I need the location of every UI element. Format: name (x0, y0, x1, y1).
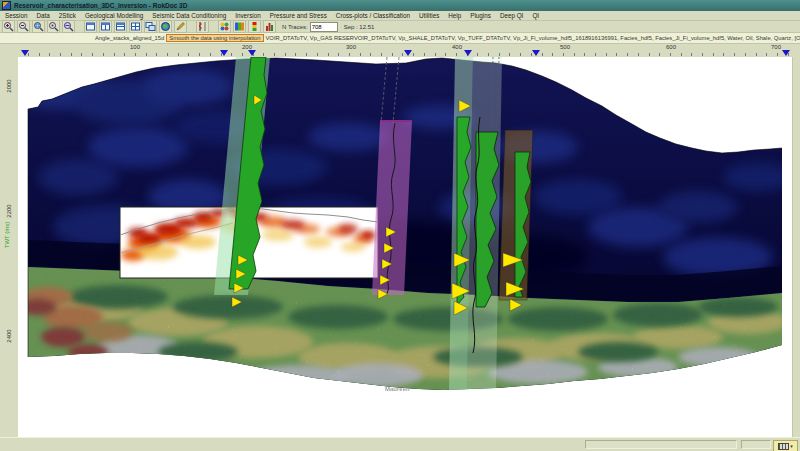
well-marker-icon[interactable] (21, 50, 29, 56)
twt-axis-title: TWT (ms) (4, 222, 10, 249)
status-field-1 (585, 440, 737, 449)
well-marker-icon[interactable] (404, 50, 412, 56)
ruler-label-600: 600 (666, 44, 676, 50)
globe-icon[interactable] (159, 20, 172, 33)
new-window-icon[interactable] (84, 20, 97, 33)
zoom-out-icon[interactable] (17, 20, 30, 33)
histogram-icon[interactable] (263, 20, 276, 33)
ruler-label-100: 100 (130, 44, 140, 50)
twt-axis: 2000 2200 2400 TWT (ms) (0, 57, 18, 437)
menu-item-data[interactable]: Data (36, 12, 49, 19)
zoom-in-icon[interactable] (2, 20, 15, 33)
status-field-2 (741, 440, 771, 449)
seismic-canvas[interactable]: Maureen (18, 57, 792, 437)
well-marker-icon[interactable] (220, 50, 228, 56)
smooth-tooltip: Smooth the data using interpolation (166, 34, 263, 42)
well-marker-icon[interactable] (464, 50, 472, 56)
seismic-section (18, 57, 792, 437)
menu-item-qi[interactable]: QI (532, 12, 539, 19)
twt-tick-2000: 2000 (6, 79, 12, 92)
app-logo-icon (2, 1, 11, 10)
well-marker-icon[interactable] (248, 50, 256, 56)
well-marker-icon[interactable] (782, 50, 790, 56)
horizon-label-maureen: Maureen (385, 386, 410, 392)
volume-list: VOIR_DTAToTV, Vp_GAS RESERVOIR_DTAToTV, … (266, 35, 800, 41)
title-bar: Reservoir_characterisation_3DC_inversion… (0, 0, 800, 11)
sep-label: Sep : 12.51 (344, 24, 375, 30)
twt-tick-2200: 2200 (6, 204, 12, 217)
twt-tick-2400: 2400 (6, 329, 12, 342)
menu-item-utilities[interactable]: Utilities (419, 12, 439, 19)
menu-item-inversion[interactable]: Inversion (235, 12, 261, 19)
ruler-label-400: 400 (452, 44, 462, 50)
zoom-full-icon[interactable] (62, 20, 75, 33)
well-marker-icon[interactable] (532, 50, 540, 56)
right-margin (792, 57, 800, 437)
keyboard-status-button[interactable]: ▾ (773, 440, 798, 451)
well-track-c[interactable] (449, 57, 502, 390)
n-traces-label: N Traces: (282, 24, 308, 30)
menu-item-seismic-data-conditioning[interactable]: Seismic Data Conditioning (152, 12, 226, 19)
status-bar: ▾ (0, 437, 800, 451)
zoom-window-icon[interactable] (32, 20, 45, 33)
ruler-label-300: 300 (346, 44, 356, 50)
pencil-icon[interactable] (174, 20, 187, 33)
menu-item-2stick[interactable]: 2Stick (59, 12, 76, 19)
window-title: Reservoir_characterisation_3DC_inversion… (14, 2, 187, 9)
palette-icon[interactable] (218, 20, 231, 33)
menu-item-session[interactable]: Session (5, 12, 27, 19)
zoom-reset-icon[interactable] (47, 20, 60, 33)
trace-ruler[interactable]: 100 200 300 400 500 600 700 (0, 44, 800, 58)
dataset-name: Angle_stacks_aligned_15d (95, 35, 164, 41)
well-track-d[interactable] (499, 130, 533, 311)
grid-view-icon[interactable] (129, 20, 142, 33)
menu-item-plugins[interactable]: Plugins (470, 12, 491, 19)
ruler-label-700: 700 (771, 44, 781, 50)
toolbar: N Traces: Sep : 12.51 (0, 21, 800, 33)
n-traces-input[interactable] (310, 22, 338, 32)
split-view-icon[interactable] (99, 20, 112, 33)
colormap-icon[interactable] (233, 20, 246, 33)
data-bar: Angle_stacks_aligned_15d Smooth the data… (0, 33, 800, 44)
menu-item-help[interactable]: Help (448, 12, 461, 19)
menu-item-deep-qi[interactable]: Deep QI (500, 12, 523, 19)
menu-item-geological-modelling[interactable]: Geological Modelling (85, 12, 143, 19)
menu-item-crossplots-classification[interactable]: Cross-plots / Classification (336, 12, 410, 19)
ruler-label-500: 500 (560, 44, 570, 50)
overlay-view-icon[interactable] (144, 20, 157, 33)
dropdown-arrow-icon: ▾ (790, 443, 793, 449)
colorbar-icon[interactable] (248, 20, 261, 33)
menu-item-pressure-and-stress[interactable]: Pressure and Stress (270, 12, 327, 19)
layout-icon[interactable] (114, 20, 127, 33)
wiggle-trace-icon[interactable] (196, 20, 209, 33)
keyboard-icon (778, 443, 789, 450)
